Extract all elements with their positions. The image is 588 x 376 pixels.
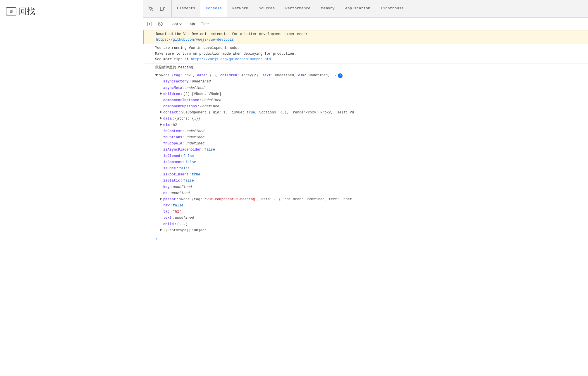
prop-isonce: isOnce: false: [143, 165, 588, 172]
prop-parent[interactable]: parent: VNode {tag: 'vue-component-1-hea…: [143, 196, 588, 203]
prop-iscomment: isComment: false: [143, 159, 588, 165]
prop-elm[interactable]: elm: h2: [143, 122, 588, 128]
tab-console[interactable]: Console: [200, 0, 227, 17]
devtools-panel: Elements Console Network Sources Perform…: [143, 0, 588, 376]
prop-key: key: undefined: [143, 184, 588, 190]
prop-prototype[interactable]: [[Prototype]]: Object: [143, 227, 588, 234]
svg-rect-1: [164, 8, 165, 10]
tab-memory[interactable]: Memory: [316, 0, 340, 17]
prop-fnoptions: fnOptions: undefined: [143, 134, 588, 141]
tab-elements[interactable]: Elements: [172, 0, 200, 17]
clear-console-button[interactable]: [156, 20, 164, 28]
console-message-devtools: Download the Vue Devtools extension for …: [143, 30, 588, 44]
vnode-tree: VNode {tag: 'h2', data: {…}, children: A…: [143, 72, 588, 234]
prop-raw: raw: false: [143, 203, 588, 209]
svg-rect-0: [160, 7, 163, 11]
console-message-devmode: You are running Vue in development mode.…: [143, 44, 588, 64]
tab-lighthouse[interactable]: Lighthouse: [376, 0, 409, 17]
inspect-element-button[interactable]: [146, 4, 156, 14]
prop-ns: ns: undefined: [143, 190, 588, 196]
prop-asyncfactory: asyncFactory: undefined: [143, 79, 588, 85]
prop-isstatic: isStatic: false: [143, 178, 588, 184]
page-title-text: 回找: [19, 6, 35, 17]
device-toggle-button[interactable]: [157, 4, 168, 14]
prop-text: text: undefined: [143, 215, 588, 221]
prop-tag: tag: "h2": [143, 209, 588, 215]
tab-sources[interactable]: Sources: [254, 0, 280, 17]
svg-line-4: [159, 22, 162, 25]
children-expand-toggle[interactable]: [160, 92, 162, 95]
tab-bar: Elements Console Network Sources Perform…: [143, 0, 588, 18]
console-content: Download the Vue Devtools extension for …: [143, 30, 588, 376]
devtools-icons: [146, 0, 172, 17]
prop-asyncmeta: asyncMeta: undefined: [143, 85, 588, 91]
prop-fnscopeid: fnScopeId: undefined: [143, 141, 588, 147]
data-expand-toggle[interactable]: [160, 117, 162, 120]
filter-input[interactable]: [199, 20, 586, 27]
prop-componentoptions: componentOptions: undefined: [143, 104, 588, 110]
tab-network[interactable]: Network: [227, 0, 254, 17]
console-toolbar: top: [143, 18, 588, 30]
prop-componentinstance: componentInstance: undefined: [143, 97, 588, 104]
prop-children[interactable]: children: (2) [VNode, VNode]: [143, 91, 588, 97]
tab-application[interactable]: Application: [340, 0, 376, 17]
parent-expand-toggle[interactable]: [160, 197, 162, 200]
prop-iscloned: isCloned: false: [143, 153, 588, 159]
left-panel: ⊞ 回找: [0, 0, 143, 376]
eye-button[interactable]: [189, 20, 197, 28]
console-message-heading: 我是插件里的 heading: [143, 64, 588, 72]
svg-point-5: [192, 23, 194, 25]
vnode-collapse-toggle[interactable]: [155, 74, 158, 76]
toolbar-divider: [167, 21, 167, 27]
prop-fncontext: fnContext: undefined: [143, 128, 588, 134]
context-expand-toggle[interactable]: [160, 111, 162, 113]
prop-data[interactable]: data: {attrs: {…}}: [143, 116, 588, 122]
prop-context[interactable]: context: VueComponent {_uid: 1, _isVue: …: [143, 110, 588, 116]
prompt-symbol: ›: [155, 237, 157, 241]
tab-performance[interactable]: Performance: [280, 0, 316, 17]
elm-expand-toggle[interactable]: [160, 123, 162, 126]
info-badge: i: [338, 73, 343, 78]
prop-isasyncplaceholder: isAsyncPlaceholder: false: [143, 147, 588, 153]
deployment-link[interactable]: https://vuejs.org/guide/deployment.html: [191, 57, 273, 61]
prop-isrootinsert: isRootInsert: true: [143, 172, 588, 178]
execute-button[interactable]: [146, 20, 154, 28]
devtools-link[interactable]: https://github.com/vuejs/vue-devtools: [156, 38, 234, 42]
context-selector[interactable]: top: [169, 21, 184, 27]
search-box-icon: ⊞: [6, 7, 16, 15]
toolbar-divider-2: [186, 21, 186, 27]
console-prompt: ›: [143, 234, 588, 244]
prototype-expand-toggle[interactable]: [160, 228, 162, 231]
prop-child: child: (...): [143, 221, 588, 227]
page-title: ⊞ 回找: [6, 6, 35, 17]
vnode-root[interactable]: VNode {tag: 'h2', data: {…}, children: A…: [143, 73, 588, 79]
